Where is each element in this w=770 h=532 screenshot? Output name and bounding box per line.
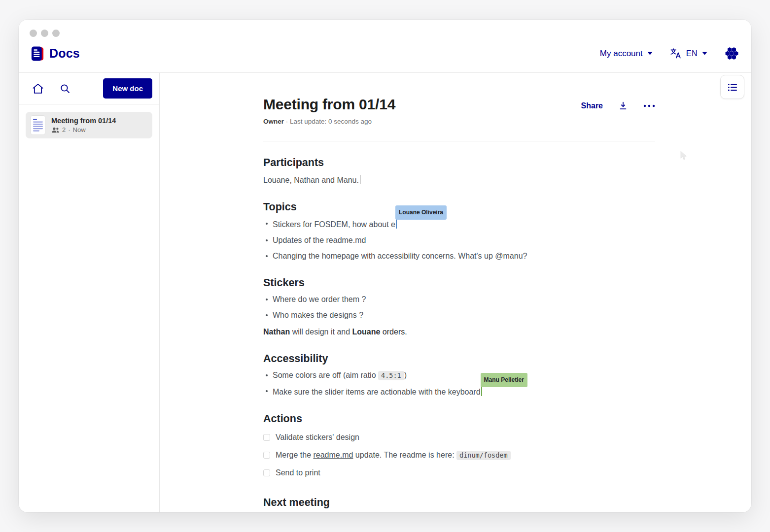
collab-cursor-manu: Manu Pelletier — [481, 386, 482, 396]
search-button[interactable] — [59, 83, 71, 95]
list-item: Make sure the slider items are actionabl… — [263, 386, 655, 398]
todo-row: Send to print — [263, 467, 655, 478]
list-item-text: Stickers for FOSDEM, how about e — [273, 220, 395, 229]
participants-text-run: Louane, Nathan and Manu. — [263, 176, 359, 184]
list-item: Who makes the designs ? — [263, 310, 655, 321]
list-item: Stickers for FOSDEM, how about eLouane O… — [263, 218, 655, 230]
main-area: New doc — [19, 73, 751, 512]
chevron-down-icon — [702, 52, 707, 55]
doc-item-updated: Now — [73, 126, 86, 133]
todo-text-run: Merge the — [276, 451, 313, 459]
doc-item-info: Meeting from 01/14 2 — [51, 117, 116, 133]
todo-row: Validate stickers' design — [263, 432, 655, 443]
docs-logo[interactable]: Docs — [31, 46, 80, 62]
doc-list: Meeting from 01/14 2 — [19, 104, 159, 146]
todo-checkbox[interactable] — [263, 469, 270, 476]
note-run: will design it and — [290, 328, 352, 336]
note-run: orders. — [380, 328, 407, 336]
doc-title-row: Meeting from 01/14 Share — [263, 96, 655, 113]
doc-divider — [263, 141, 655, 141]
table-of-contents-button[interactable] — [720, 75, 744, 99]
doc-item-title: Meeting from 01/14 — [51, 117, 116, 125]
app-header: Docs My account — [19, 20, 751, 73]
list-item: Some colors are off (aim ratio 4.5:1) — [263, 370, 655, 381]
download-icon — [618, 100, 629, 111]
inline-code: 4.5:1 — [378, 371, 404, 380]
section-heading-topics: Topics — [263, 200, 655, 213]
share-button[interactable]: Share — [581, 101, 603, 110]
todo-checkbox[interactable] — [263, 434, 270, 441]
inline-code: dinum/fosdem — [456, 451, 511, 460]
todo-row: Merge the readme.md update. The readme i… — [263, 450, 655, 461]
section-heading-accessibility: Accessibility — [263, 352, 655, 365]
my-account-label: My account — [600, 49, 643, 59]
more-options-button[interactable] — [643, 104, 655, 107]
doc-owner-badge: Owner — [263, 118, 284, 125]
accessibility-list: Some colors are off (aim ratio 4.5:1) Ma… — [263, 370, 655, 398]
doc-item-members-count: 2 — [62, 126, 66, 133]
window-control-dot[interactable] — [41, 30, 48, 37]
collab-cursor-louane: Louane Oliveira — [396, 218, 397, 229]
section-heading-participants: Participants — [263, 156, 655, 169]
doc-item-meta: 2 · Now — [51, 126, 116, 133]
list-item: Updates of the readme.md — [263, 235, 655, 246]
search-icon — [59, 83, 71, 95]
todo-checkbox[interactable] — [263, 452, 270, 459]
section-heading-actions: Actions — [263, 412, 655, 425]
todo-text-run: update. The readme is here: — [353, 451, 456, 459]
toc-icon — [727, 81, 738, 93]
docs-logo-icon — [31, 46, 45, 62]
stickers-list: Where do we order them ? Who makes the d… — [263, 294, 655, 321]
text-cursor — [360, 175, 361, 184]
section-heading-stickers: Stickers — [263, 276, 655, 289]
language-label: EN — [686, 49, 698, 58]
translate-icon — [669, 47, 682, 60]
waffle-icon — [724, 46, 739, 61]
doc-list-item[interactable]: Meeting from 01/14 2 — [26, 112, 152, 138]
window-control-dot[interactable] — [52, 30, 60, 37]
todo-label: Merge the readme.md update. The readme i… — [276, 450, 511, 461]
note-bold-run: Nathan — [263, 328, 290, 336]
language-switcher[interactable]: EN — [669, 47, 707, 60]
window-controls — [30, 30, 60, 37]
collab-cursor-name: Louane Oliveira — [395, 205, 447, 220]
list-item: Where do we order them ? — [263, 294, 655, 305]
home-button[interactable] — [32, 82, 44, 95]
chevron-down-icon — [647, 52, 653, 55]
todo-label: Send to print — [276, 467, 320, 478]
note-bold-run: Louane — [352, 328, 381, 336]
sidebar: New doc — [19, 73, 160, 512]
my-account-menu[interactable]: My account — [600, 49, 653, 59]
people-icon — [51, 127, 60, 133]
doc-meta: Owner · Last update: 0 seconds ago — [263, 117, 655, 126]
download-button[interactable] — [618, 100, 629, 111]
doc-item-separator: · — [68, 126, 70, 133]
list-item: Changing the homepage with accessibility… — [263, 251, 655, 262]
app-title: Docs — [49, 46, 80, 61]
new-doc-button[interactable]: New doc — [103, 78, 152, 99]
header-controls: My account EN — [600, 46, 739, 61]
doc-title: Meeting from 01/14 — [263, 96, 395, 113]
doc-actions: Share — [581, 96, 655, 111]
list-item-text: Some colors are off (aim ratio — [273, 371, 378, 379]
la-suite-apps-button[interactable] — [724, 46, 739, 61]
document-panel: Meeting from 01/14 Share — [160, 73, 751, 512]
doc-last-update: Last update: 0 seconds ago — [290, 118, 372, 125]
home-icon — [32, 82, 44, 95]
document-editor[interactable]: Meeting from 01/14 Share — [263, 73, 655, 509]
doc-meta-separator: · — [286, 118, 288, 125]
stickers-note: Nathan will design it and Louane orders. — [263, 327, 655, 337]
todo-label: Validate stickers' design — [276, 432, 359, 443]
participants-text: Louane, Nathan and Manu. — [263, 175, 655, 186]
list-item-text: Make sure the slider items are actionabl… — [273, 388, 481, 396]
collab-cursor-name: Manu Pelletier — [481, 373, 527, 387]
sidebar-toolbar: New doc — [19, 73, 159, 104]
doc-file-icon — [31, 115, 45, 135]
section-heading-next-meeting: Next meeting — [263, 496, 655, 509]
list-item-text: ) — [404, 371, 407, 379]
topics-list: Stickers for FOSDEM, how about eLouane O… — [263, 218, 655, 262]
window-control-dot[interactable] — [30, 30, 37, 37]
readme-link[interactable]: readme.md — [313, 451, 353, 459]
more-icon — [643, 104, 655, 107]
app-window: Docs My account — [19, 20, 751, 512]
